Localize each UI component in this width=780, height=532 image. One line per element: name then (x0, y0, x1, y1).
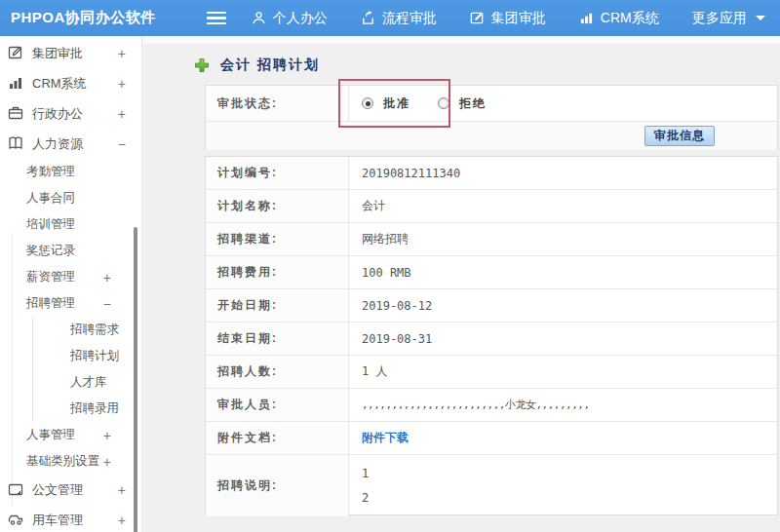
expand-toggle[interactable]: + (118, 106, 126, 122)
field-value: 1 人 (362, 363, 387, 380)
caret-down-icon (756, 16, 765, 20)
top-bar: PHPOA协同办公软件 个人办公 流程审批 (0, 0, 780, 36)
menu-toggle-icon[interactable] (207, 12, 226, 25)
sidebar-item-attendance[interactable]: 考勤管理 (0, 159, 141, 185)
sidebar-item-human-resources[interactable]: 人力资源 − (0, 129, 141, 159)
edit-icon (470, 11, 485, 25)
sidebar-label: 考勤管理 (26, 164, 75, 180)
sidebar-item-crm[interactable]: CRM系统 + (0, 68, 141, 98)
nav-more-apps[interactable]: 更多应用 (692, 10, 765, 27)
sidebar-item-base-category[interactable]: 基础类别设置 + (0, 448, 141, 475)
sidebar-item-recruit-plan[interactable]: 招聘计划 (32, 343, 141, 369)
field-label-cell: 招聘说明: (206, 455, 349, 516)
sidebar-item-recruitment[interactable]: 招聘管理 − (0, 290, 141, 317)
sidebar-label: 招聘计划 (70, 348, 119, 364)
expand-toggle[interactable]: + (103, 270, 111, 285)
field-label-cell: 招聘费用: (206, 256, 349, 288)
field-value-line: 1 (362, 467, 369, 480)
field-label: 开始日期: (217, 297, 278, 314)
briefcase-icon (8, 105, 24, 122)
nav-personal-office[interactable]: 个人办公 (252, 10, 328, 27)
expand-toggle[interactable]: + (103, 428, 111, 443)
field-value-cell: 2019-08-12 (349, 289, 777, 322)
document-icon (8, 481, 24, 498)
sidebar-item-training[interactable]: 培训管理 (0, 211, 141, 238)
sidebar-label: 人力资源 (32, 135, 83, 153)
expand-toggle[interactable]: − (103, 296, 111, 312)
field-value-cell: 1 2 (349, 455, 777, 516)
field-label-cell: 计划名称: (206, 190, 349, 222)
sidebar-item-talent-pool[interactable]: 人才库 (32, 369, 141, 396)
sidebar-item-salary[interactable]: 薪资管理 + (0, 264, 141, 290)
table-row: 审批人员: ,,,,,,,,,,,,,,,,,,,,,,,,小龙女,,,,,,,… (206, 389, 777, 422)
approve-radio[interactable] (362, 97, 373, 109)
nav-label: 集团审批 (491, 10, 546, 27)
sidebar-label: 招聘管理 (26, 295, 75, 312)
table-row: 开始日期: 2019-08-12 (206, 289, 777, 323)
field-value-cell: 2019-08-31 (349, 323, 777, 355)
expand-toggle[interactable]: + (118, 482, 126, 498)
page-header: 会计 招聘计划 (194, 57, 320, 74)
sidebar-item-personnel[interactable]: 人事管理 + (0, 422, 141, 448)
field-value-cell: 100 RMB (349, 256, 777, 288)
attachment-download-link[interactable]: 附件下载 (362, 430, 409, 446)
field-value-cell: ,,,,,,,,,,,,,,,,,,,,,,,,小龙女,,,,,,,,, (349, 389, 777, 421)
expand-toggle[interactable]: + (118, 76, 126, 92)
field-label: 招聘渠道: (217, 231, 278, 247)
field-label: 招聘说明: (217, 477, 278, 494)
field-label: 招聘费用: (217, 264, 278, 281)
field-value-cell: 批准 拒绝 (349, 86, 777, 121)
field-value-line: 2 (362, 491, 369, 505)
book-icon (8, 135, 24, 152)
expand-toggle[interactable]: + (118, 513, 126, 528)
sidebar-item-group-approval[interactable]: 集团审批 + (0, 38, 141, 68)
field-label-cell: 招聘渠道: (206, 223, 349, 255)
field-label: 审批人员: (217, 397, 278, 413)
sidebar-label: 招聘需求 (70, 322, 119, 338)
field-value-cell: 附件下载 (349, 422, 777, 454)
sidebar-item-hr-contract[interactable]: 人事合同 (0, 185, 141, 211)
bar-chart-icon (579, 11, 594, 25)
table-row: 附件文档: 附件下载 (206, 422, 777, 455)
field-value-cell: 20190812111340 (349, 157, 777, 189)
nav-label: 流程审批 (382, 10, 437, 27)
reject-radio[interactable] (438, 97, 449, 109)
field-value: 2019-08-12 (362, 299, 432, 313)
nav-group-approval[interactable]: 集团审批 (470, 10, 546, 27)
nav-crm-system[interactable]: CRM系统 (579, 10, 659, 27)
sidebar-label: 集团审批 (32, 45, 83, 62)
field-value-cell: 1 人 (349, 356, 777, 388)
top-nav: 个人办公 流程审批 集团审批 (252, 10, 765, 27)
field-value-cell: 网络招聘 (349, 223, 777, 255)
sidebar-item-document-mgmt[interactable]: 公文管理 + (0, 475, 141, 505)
user-icon (252, 11, 266, 25)
reject-radio-label[interactable]: 拒绝 (459, 95, 487, 112)
field-label: 招聘人数: (217, 363, 278, 380)
expand-toggle[interactable]: + (103, 454, 111, 470)
app-logo: PHPOA协同办公软件 (0, 9, 156, 27)
expand-toggle[interactable]: − (118, 136, 126, 152)
content-top-strip (143, 36, 780, 44)
sidebar-item-rewards[interactable]: 奖惩记录 (0, 238, 141, 264)
nav-label: 更多应用 (692, 10, 747, 27)
expand-toggle[interactable]: + (118, 46, 126, 61)
approval-info-button[interactable]: 审批信息 (644, 126, 715, 146)
sidebar-item-admin-office[interactable]: 行政办公 + (0, 98, 141, 129)
share-icon (361, 11, 375, 25)
sidebar-scrollbar[interactable] (134, 227, 137, 532)
field-label: 计划编号: (217, 165, 278, 181)
sidebar-item-recruit-demand[interactable]: 招聘需求 (32, 317, 141, 343)
sidebar-label: 公文管理 (32, 481, 83, 499)
sidebar-item-vehicle-mgmt[interactable]: 用车管理 + (0, 505, 141, 532)
sidebar-label: 薪资管理 (26, 269, 75, 285)
approve-radio-label[interactable]: 批准 (383, 95, 410, 112)
edit-icon (8, 45, 24, 61)
approver-value: ,,,,,,,,,,,,,,,,,,,,,,,,小龙女,,,,,,,,, (362, 398, 590, 412)
nav-label: 个人办公 (273, 10, 328, 27)
sidebar-label: 招聘录用 (70, 400, 119, 417)
sidebar-item-recruit-hire[interactable]: 招聘录用 (32, 396, 141, 422)
sidebar-label: 人事管理 (26, 427, 75, 443)
field-value-cell: 会计 (349, 190, 777, 222)
sidebar-label: 行政办公 (32, 105, 83, 123)
nav-workflow-approval[interactable]: 流程审批 (361, 10, 437, 27)
